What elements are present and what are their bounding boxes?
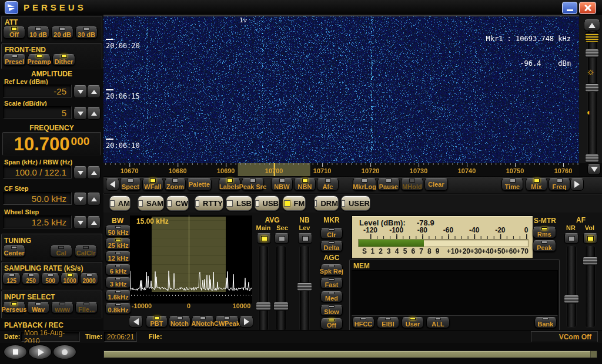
scale-scroll-down-button[interactable] [587, 164, 601, 175]
bw-6khz[interactable]: 6 kHz [105, 264, 131, 275]
rate-2000[interactable]: 2000 [80, 273, 98, 285]
agc-slow[interactable]: Slow [320, 305, 343, 316]
mkr-delta[interactable]: Delta [320, 241, 343, 252]
scale-down-button[interactable] [73, 107, 87, 120]
mode-usb[interactable]: USB [255, 196, 279, 211]
avg-main-slider[interactable] [258, 245, 269, 331]
slider-handle[interactable] [585, 154, 599, 163]
bw-50khz[interactable]: 50 kHz [105, 225, 131, 237]
frequency-display[interactable]: 10.700 000 [2, 132, 101, 156]
af-nr-led-button[interactable] [564, 233, 578, 244]
toolbar-peaksrc[interactable]: Peak Src [242, 178, 264, 191]
waterfall-display[interactable]: 20:06:2020:06:1520:06:10 Mkr1 : 10693.74… [103, 15, 579, 163]
pbt-scroll-left-button[interactable] [129, 316, 143, 328]
slider-handle[interactable] [585, 49, 599, 58]
close-button[interactable] [579, 2, 596, 14]
input-perseus[interactable]: Perseus [3, 302, 25, 314]
mode-am[interactable]: AM [109, 196, 131, 211]
nb-lev-led-button[interactable] [298, 233, 312, 244]
toolbar-palette[interactable]: Palette [187, 178, 212, 191]
mode-sam[interactable]: SAM [138, 196, 164, 211]
bw-0.8khz[interactable]: 0.8kHz [105, 303, 131, 314]
pbt-scroll-right-button[interactable] [239, 316, 253, 328]
avg-sec-led-button[interactable] [275, 233, 289, 244]
cf-step-down-button[interactable] [73, 193, 87, 205]
af-nr-slider[interactable] [566, 245, 577, 328]
cf-step-up-button[interactable] [87, 193, 101, 205]
cf-step-field[interactable]: 50.0 kHz [3, 192, 72, 205]
input-file[interactable]: File... [75, 302, 98, 314]
span-up-button[interactable] [87, 166, 101, 179]
minimize-button[interactable] [562, 2, 577, 14]
wheel-step-up-button[interactable] [87, 216, 101, 229]
anotch-button[interactable]: ANotch [192, 316, 214, 328]
toolbar-spect[interactable]: Spect [120, 178, 141, 191]
bw-1.6khz[interactable]: 1.6kHz [105, 290, 131, 301]
att-10db[interactable]: 10 dB [27, 26, 49, 39]
toolbar-wfall[interactable]: WFall [142, 178, 163, 191]
strip-scroll-up-button[interactable] [584, 19, 600, 31]
mode-fm[interactable]: FM [283, 196, 306, 211]
mem-user[interactable]: User [402, 317, 424, 328]
passband-spectrum-canvas[interactable] [130, 215, 252, 304]
mem-hfcc[interactable]: HFCC [352, 317, 374, 328]
pbt-button[interactable]: PBT [146, 316, 168, 328]
slider-handle[interactable] [585, 83, 599, 92]
rate-1000[interactable]: 1000 [61, 273, 79, 285]
avg-main-led-button[interactable] [257, 233, 271, 244]
toolbar-zoom[interactable]: Zoom [165, 178, 186, 191]
tuning-center[interactable]: Center [3, 245, 25, 257]
stop-button[interactable] [4, 345, 27, 359]
scale-field[interactable]: 5 [3, 106, 72, 119]
avg-sec-slider[interactable] [276, 245, 286, 331]
wheel-step-field[interactable]: 12.5 kHz [3, 215, 72, 228]
record-button[interactable] [53, 345, 76, 359]
toolbar-nbw[interactable]: NBW [271, 178, 293, 191]
mode-drm[interactable]: DRM [314, 196, 339, 211]
toolbar-clear[interactable]: Clear [424, 178, 448, 191]
frontend-presel[interactable]: Presel [3, 54, 26, 66]
rate-250[interactable]: 250 [22, 273, 40, 285]
rate-500[interactable]: 500 [41, 273, 59, 285]
mem-eibi[interactable]: EIBI [377, 317, 399, 328]
wheel-step-down-button[interactable] [73, 216, 87, 229]
toolbar-scroll-right-button[interactable] [570, 178, 584, 191]
toolbar-mkrlog[interactable]: MkrLog [353, 178, 376, 191]
mode-cw[interactable]: CW [166, 196, 189, 211]
ref-lev-up-button[interactable] [87, 85, 101, 98]
toolbar-labels[interactable]: Labels [219, 178, 240, 191]
bw-25khz[interactable]: 25 kHz [105, 238, 131, 250]
att-20db[interactable]: 20 dB [51, 26, 73, 39]
rate-125[interactable]: 125 [2, 273, 21, 285]
mode-lsb[interactable]: LSB [226, 196, 252, 211]
toolbar-time[interactable]: Time [501, 178, 523, 191]
agc-off[interactable]: Off [320, 318, 343, 329]
agc-med[interactable]: Med [320, 291, 343, 302]
frequency-scale[interactable] [103, 163, 579, 176]
tuning-cal[interactable]: Cal [50, 245, 72, 257]
mem-list[interactable] [352, 270, 558, 316]
input-wav[interactable]: Wav [27, 302, 49, 314]
cwpeak-button[interactable]: CWPeak [215, 316, 239, 328]
bw-12khz[interactable]: 12 kHz [105, 251, 131, 262]
mkr-clr[interactable]: Clr [320, 228, 343, 239]
toolbar-afc[interactable]: Afc [317, 178, 339, 191]
agc-fast[interactable]: Fast [320, 278, 343, 289]
ref-lev-down-button[interactable] [73, 85, 87, 98]
scale-up-button[interactable] [87, 107, 101, 120]
toolbar-freq[interactable]: Freq [549, 178, 570, 191]
smtr-rms[interactable]: Rms [533, 227, 556, 238]
vcom-status[interactable]: VCom Off [531, 331, 598, 342]
toolbar-mix[interactable]: Mix [526, 178, 547, 191]
span-field[interactable]: 100.0 / 122.1 [3, 166, 72, 178]
span-down-button[interactable] [73, 166, 87, 179]
ref-lev-field[interactable]: -25 [3, 85, 72, 97]
af-nr-handle[interactable] [564, 295, 579, 304]
toolbar-nbn[interactable]: NBN [294, 178, 316, 191]
mode-user[interactable]: USER [341, 196, 370, 211]
waterfall-speed-handle[interactable] [585, 32, 599, 42]
bw-3khz[interactable]: 3 kHz [105, 277, 131, 288]
avg-main-handle[interactable] [256, 302, 271, 311]
af-vol-handle[interactable] [583, 257, 598, 265]
att-off[interactable]: Off [3, 26, 25, 39]
